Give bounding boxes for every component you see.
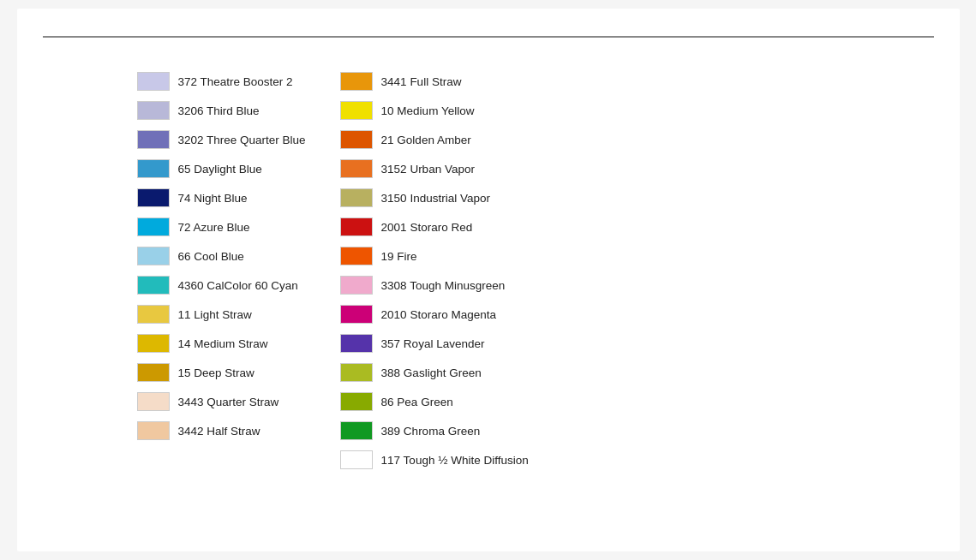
- color-name: 10 Medium Yellow: [381, 104, 475, 117]
- swatch-2010: [340, 305, 373, 324]
- swatch-3443: [137, 392, 170, 411]
- color-name: 389 Chroma Green: [381, 425, 481, 438]
- color-item: 117 Tough ½ White Diffusion: [340, 447, 529, 473]
- swatch-3308: [340, 276, 373, 295]
- color-name: 2001 Storaro Red: [381, 221, 473, 234]
- color-item: 65 Daylight Blue: [137, 156, 306, 182]
- swatch-4360: [137, 276, 170, 295]
- swatch-14: [137, 334, 170, 353]
- color-item: 19 Fire: [340, 243, 529, 269]
- swatch-11: [137, 305, 170, 324]
- color-name: 15 Deep Straw: [178, 366, 254, 379]
- swatch-357: [340, 334, 373, 353]
- color-item: 74 Night Blue: [137, 185, 306, 211]
- color-name: 3150 Industrial Vapor: [381, 192, 490, 205]
- swatch-21: [340, 130, 373, 149]
- swatch-86: [340, 392, 373, 411]
- swatch-389: [340, 421, 373, 440]
- color-item: 10 Medium Yellow: [340, 98, 529, 123]
- swatch-74: [137, 188, 170, 207]
- color-item: 3441 Full Straw: [340, 69, 529, 94]
- color-name: 3441 Full Straw: [381, 75, 462, 88]
- section-title: [43, 29, 934, 38]
- color-item: 14 Medium Straw: [137, 331, 306, 356]
- swatch-3202: [137, 130, 170, 149]
- color-name: 357 Royal Lavender: [381, 337, 485, 350]
- color-name: 3308 Tough Minusgreen: [381, 279, 506, 292]
- color-item: 4360 CalColor 60 Cyan: [137, 272, 306, 298]
- swatch-15: [137, 363, 170, 382]
- swatch-3206: [137, 101, 170, 120]
- swatch-72: [137, 217, 170, 236]
- colors-section: 372 Theatre Booster 23206 Third Blue3202…: [43, 69, 934, 473]
- color-name: 14 Medium Straw: [178, 337, 268, 350]
- right-color-column: 3441 Full Straw10 Medium Yellow21 Golden…: [340, 69, 529, 473]
- color-item: 3202 Three Quarter Blue: [137, 127, 306, 152]
- swatch-3152: [340, 159, 373, 178]
- color-name: 65 Daylight Blue: [178, 163, 262, 176]
- swatch-372: [137, 72, 170, 91]
- swatch-19: [340, 247, 373, 265]
- color-name: 66 Cool Blue: [178, 250, 244, 263]
- swatch-10: [340, 101, 373, 120]
- color-name: 117 Tough ½ White Diffusion: [381, 454, 529, 467]
- color-name: 388 Gaslight Green: [381, 366, 482, 379]
- color-name: 74 Night Blue: [178, 192, 248, 205]
- color-name: 3152 Urban Vapor: [381, 163, 475, 176]
- color-item: 66 Cool Blue: [137, 243, 306, 269]
- color-name: 4360 CalColor 60 Cyan: [178, 279, 298, 292]
- color-name: 372 Theatre Booster 2: [178, 75, 293, 88]
- colors-label: [43, 69, 137, 70]
- left-color-column: 372 Theatre Booster 23206 Third Blue3202…: [137, 69, 306, 473]
- color-item: 15 Deep Straw: [137, 360, 306, 385]
- color-item: 86 Pea Green: [340, 389, 529, 414]
- color-name: 11 Light Straw: [178, 308, 252, 321]
- color-name: 72 Azure Blue: [178, 221, 250, 234]
- swatch-65: [137, 159, 170, 178]
- color-name: 3206 Third Blue: [178, 104, 260, 117]
- color-item: 389 Chroma Green: [340, 418, 529, 444]
- swatch-117: [340, 450, 373, 469]
- color-item: 357 Royal Lavender: [340, 331, 529, 356]
- color-item: 3150 Industrial Vapor: [340, 185, 529, 211]
- color-item: 21 Golden Amber: [340, 127, 529, 152]
- swatch-388: [340, 363, 373, 382]
- swatch-3441: [340, 72, 373, 91]
- swatch-66: [137, 247, 170, 265]
- color-item: 3442 Half Straw: [137, 418, 306, 444]
- color-item: 2010 Storaro Magenta: [340, 301, 529, 327]
- color-name: 3442 Half Straw: [178, 425, 260, 438]
- color-item: 3308 Tough Minusgreen: [340, 272, 529, 298]
- colors-columns: 372 Theatre Booster 23206 Third Blue3202…: [137, 69, 529, 473]
- color-name: 86 Pea Green: [381, 396, 453, 408]
- swatch-3150: [340, 188, 373, 207]
- color-item: 2001 Storaro Red: [340, 214, 529, 240]
- color-item: 372 Theatre Booster 2: [137, 69, 306, 94]
- color-name: 3202 Three Quarter Blue: [178, 134, 306, 146]
- swatch-2001: [340, 217, 373, 236]
- color-name: 21 Golden Amber: [381, 134, 471, 146]
- color-name: 2010 Storaro Magenta: [381, 308, 496, 321]
- color-item: 3206 Third Blue: [137, 98, 306, 123]
- swatch-3442: [137, 421, 170, 440]
- product-information-card: 372 Theatre Booster 23206 Third Blue3202…: [17, 9, 960, 551]
- color-item: 11 Light Straw: [137, 301, 306, 327]
- color-item: 3152 Urban Vapor: [340, 156, 529, 182]
- color-name: 3443 Quarter Straw: [178, 396, 279, 408]
- color-name: 19 Fire: [381, 250, 417, 263]
- color-item: 3443 Quarter Straw: [137, 389, 306, 414]
- color-item: 388 Gaslight Green: [340, 360, 529, 385]
- color-item: 72 Azure Blue: [137, 214, 306, 240]
